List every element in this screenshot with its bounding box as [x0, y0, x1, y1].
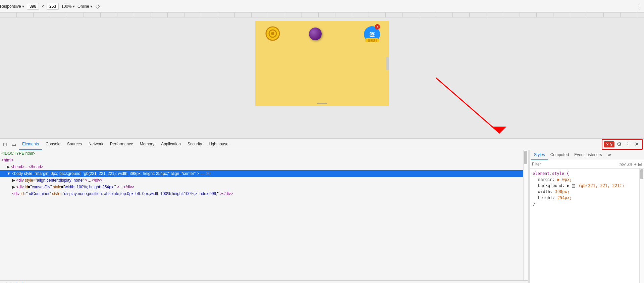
settings-icon[interactable]: ⚙ — [615, 140, 623, 148]
dimension-separator: × — [42, 4, 44, 9]
tab-security[interactable]: Security — [184, 139, 205, 150]
breadcrumb-bar: html › body — [0, 280, 528, 283]
svg-point-2 — [271, 32, 274, 35]
issues-badge[interactable]: ✕ 9 — [604, 141, 614, 147]
browser-viewport: 签 领福利 2 — [255, 21, 389, 106]
cls-button[interactable]: .cls — [627, 162, 633, 166]
style-rule-element: element.style { margin: ▶ 0px; backgroun… — [530, 170, 639, 207]
dom-line-head[interactable]: ▶ <head>…</head> — [0, 163, 523, 170]
hov-button[interactable]: :hov — [619, 162, 626, 166]
styles-filter-input[interactable] — [532, 162, 618, 167]
height-input[interactable] — [47, 3, 59, 10]
svg-text:签: 签 — [369, 32, 375, 37]
responsive-dropdown[interactable]: Responsive ▾ — [0, 4, 24, 9]
styles-tab-event-listeners[interactable]: Event Listeners — [572, 150, 605, 160]
styles-content[interactable]: element.style { margin: ▶ 0px; backgroun… — [530, 169, 639, 283]
width-input[interactable] — [27, 3, 39, 10]
tab-sources[interactable]: Sources — [64, 139, 85, 150]
more-options-icon[interactable]: ⋮ — [624, 140, 632, 148]
network-select[interactable]: Online ▾ — [77, 4, 92, 9]
dom-line-body[interactable]: ▼ <body style="margin: 0px; background: … — [0, 170, 523, 177]
signin-button[interactable]: 签 领福利 2 — [362, 23, 382, 44]
styles-tab-more[interactable]: ≫ — [605, 150, 614, 160]
breadcrumb-html[interactable]: html — [3, 282, 12, 283]
tab-memory[interactable]: Memory — [137, 139, 158, 150]
no-throttle-icon[interactable]: ◇ — [95, 2, 100, 10]
elements-scrollbar[interactable] — [523, 150, 528, 280]
color-swatch[interactable] — [572, 184, 575, 188]
tab-network[interactable]: Network — [85, 139, 107, 150]
ruler-bar — [0, 13, 644, 17]
styles-panel: Styles Computed Event Listeners ≫ :hov .… — [530, 150, 644, 283]
zoom-select[interactable]: 100% ▾ — [61, 4, 75, 9]
device-toggle-icon[interactable]: ▭ — [10, 141, 17, 148]
elements-panel-container: <!DOCTYPE html> <html> ▶ <head>…</head> … — [0, 150, 528, 283]
add-style-plus[interactable]: + — [634, 161, 637, 167]
yellow-ring-coin — [265, 26, 280, 41]
styles-scrollbar[interactable] — [639, 169, 644, 283]
tab-lighthouse[interactable]: Lighthouse — [205, 139, 232, 150]
svg-text:领福利: 领福利 — [367, 39, 377, 42]
styles-inner: element.style { margin: ▶ 0px; backgroun… — [530, 169, 644, 283]
more-options-icon[interactable]: ⋮ — [635, 2, 643, 11]
tab-elements[interactable]: Elements — [19, 139, 42, 150]
style-prop-height[interactable]: height: 254px; — [533, 195, 637, 201]
elements-scroll[interactable]: <!DOCTYPE html> <html> ▶ <head>…</head> … — [0, 150, 523, 280]
inspect-icon[interactable]: ⊡ — [1, 141, 9, 148]
tab-performance[interactable]: Performance — [107, 139, 137, 150]
elements-body: <!DOCTYPE html> <html> ▶ <head>…</head> … — [0, 150, 528, 280]
device-toolbar: Responsive ▾ × 100% ▾ Online ▾ ◇ ⋮ — [0, 0, 644, 13]
styles-filter-bar: :hov .cls + ⊞ — [530, 160, 644, 169]
style-prop-background[interactable]: background: ▶ rgb(221, 221, 221); — [533, 183, 637, 189]
dom-line-html[interactable]: <html> — [0, 157, 523, 163]
game-canvas: 签 领福利 2 — [255, 21, 389, 106]
styles-tab-computed[interactable]: Computed — [548, 150, 572, 160]
resize-handle-right[interactable] — [386, 57, 389, 70]
style-prop-margin[interactable]: margin: ▶ 0px; — [533, 177, 637, 183]
dom-line-div2[interactable]: ▶ <div id="canvasDiv" style="width: 100%… — [0, 184, 523, 190]
style-prop-width[interactable]: width: 398px; — [533, 189, 637, 195]
dom-line-div1[interactable]: ▶ <div style="align:center;display: none… — [0, 177, 523, 184]
devtools-panel: ⊡ ▭ Elements Console Sources Network Per… — [0, 138, 644, 283]
dom-line-doctype[interactable]: <!DOCTYPE html> — [0, 150, 523, 157]
breadcrumb-body[interactable]: body — [15, 282, 26, 283]
tab-console[interactable]: Console — [42, 139, 64, 150]
devtools-tabbar: ⊡ ▭ Elements Console Sources Network Per… — [0, 139, 644, 150]
preview-area: 签 领福利 2 — [0, 17, 644, 138]
svg-text:2: 2 — [376, 26, 378, 29]
close-devtools-icon[interactable]: ✕ — [633, 140, 641, 148]
styles-tabs: Styles Computed Event Listeners ≫ — [530, 150, 644, 160]
drag-handle-bottom[interactable] — [317, 103, 327, 104]
svg-line-9 — [436, 78, 500, 133]
tab-application[interactable]: Application — [158, 139, 184, 150]
red-highlight-area: ✕ 9 ⚙ ⋮ ✕ — [602, 139, 643, 150]
dom-line-div3[interactable]: <div id="adContainer" style="display:non… — [0, 190, 523, 197]
devtools-body: <!DOCTYPE html> <html> ▶ <head>…</head> … — [0, 150, 644, 283]
styles-tab-styles[interactable]: Styles — [531, 150, 548, 160]
svg-marker-10 — [493, 127, 506, 133]
style-settings-icon[interactable]: ⊞ — [638, 161, 642, 167]
purple-ball — [309, 28, 322, 40]
